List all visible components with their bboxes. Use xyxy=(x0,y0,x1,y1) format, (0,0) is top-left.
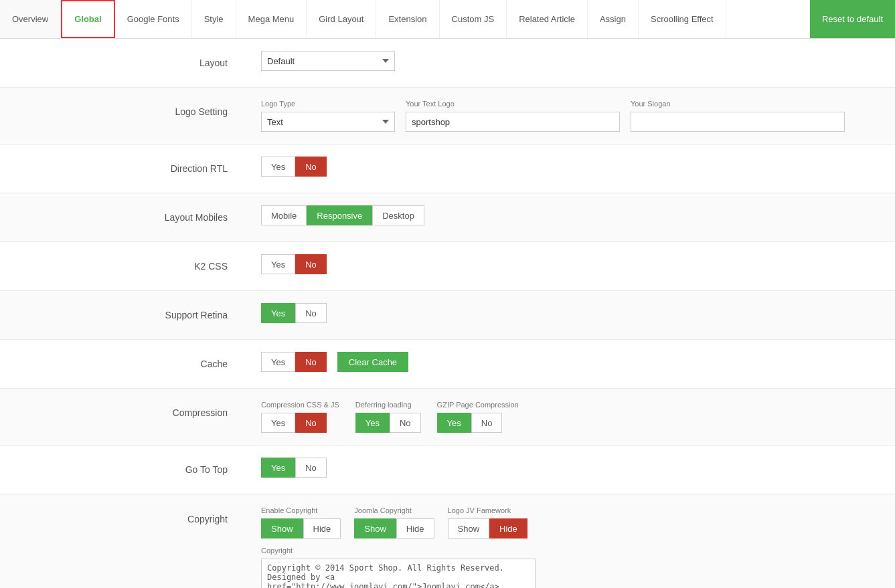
deferring-yes-button[interactable]: Yes xyxy=(355,413,390,433)
joomla-copyright-btns: Show Hide xyxy=(354,518,434,538)
layout-label: Layout xyxy=(0,39,248,87)
layout-mobiles-responsive-button[interactable]: Responsive xyxy=(307,205,372,225)
logo-jv-show-button[interactable]: Show xyxy=(448,518,490,538)
nav-global[interactable]: Global xyxy=(61,0,114,38)
copyright-textarea[interactable]: Copyright © 2014 Sport Shop. All Rights … xyxy=(261,559,536,588)
logo-type-select[interactable]: Text Image xyxy=(261,112,395,132)
compression-control: Compression CSS & JS Yes No Deferring lo… xyxy=(248,389,895,445)
nav-assign[interactable]: Assign xyxy=(588,0,639,38)
enable-copyright-group: Enable Copyright Show Hide xyxy=(261,506,341,538)
support-retina-control: Yes No xyxy=(248,291,895,335)
cache-control: Yes No Clear Cache xyxy=(248,340,895,384)
go-to-top-row: Go To Top Yes No xyxy=(0,446,895,494)
text-logo-group: Your Text Logo xyxy=(406,100,620,132)
copyright-control: Enable Copyright Show Hide Joomla Copyri… xyxy=(248,494,895,588)
support-retina-label: Support Retina xyxy=(0,291,248,339)
form-content: Layout Default Logo Setting Logo Type Te… xyxy=(0,39,895,588)
compression-row: Compression Compression CSS & JS Yes No … xyxy=(0,389,895,446)
copyright-row: Copyright Enable Copyright Show Hide Joo… xyxy=(0,494,895,588)
compression-css-js-btns: Yes No xyxy=(261,413,339,433)
nav-custom-js[interactable]: Custom JS xyxy=(440,0,507,38)
joomla-copyright-show-button[interactable]: Show xyxy=(354,518,396,538)
support-retina-yes-button[interactable]: Yes xyxy=(261,303,295,323)
cache-no-button[interactable]: No xyxy=(295,352,327,372)
layout-mobiles-control: Mobile Responsive Desktop xyxy=(248,193,895,237)
logo-setting-control: Logo Type Text Image Your Text Logo Your… xyxy=(248,88,895,144)
logo-jv-label: Logo JV Famework xyxy=(448,506,527,514)
go-to-top-control: Yes No xyxy=(248,446,895,490)
layout-mobiles-row: Layout Mobiles Mobile Responsive Desktop xyxy=(0,193,895,242)
nav-related-article[interactable]: Related Article xyxy=(507,0,588,38)
nav-gird-layout[interactable]: Gird Layout xyxy=(307,0,376,38)
enable-copyright-show-button[interactable]: Show xyxy=(261,518,303,538)
direction-rtl-no-button[interactable]: No xyxy=(295,157,327,177)
compression-css-js-label: Compression CSS & JS xyxy=(261,401,339,409)
reset-to-default-button[interactable]: Reset to default xyxy=(810,0,895,38)
k2-css-no-button[interactable]: No xyxy=(295,254,327,274)
logo-jv-group: Logo JV Famework Show Hide xyxy=(448,506,527,538)
deferring-no-button[interactable]: No xyxy=(390,413,421,433)
copyright-buttons-row: Enable Copyright Show Hide Joomla Copyri… xyxy=(261,506,527,538)
direction-rtl-yes-button[interactable]: Yes xyxy=(261,157,295,177)
joomla-copyright-label: Joomla Copyright xyxy=(354,506,434,514)
logo-type-field-label: Logo Type xyxy=(261,100,395,108)
nav-scrolling-effect[interactable]: Scroolling Effect xyxy=(639,0,726,38)
compression-css-js-yes-button[interactable]: Yes xyxy=(261,413,295,433)
logo-jv-hide-button[interactable]: Hide xyxy=(489,518,527,538)
compression-css-js-no-button[interactable]: No xyxy=(295,413,327,433)
logo-jv-btns: Show Hide xyxy=(448,518,527,538)
go-to-top-no-button[interactable]: No xyxy=(295,458,327,478)
k2-css-yes-button[interactable]: Yes xyxy=(261,254,295,274)
nav-extension[interactable]: Extension xyxy=(376,0,439,38)
layout-row: Layout Default xyxy=(0,39,895,88)
deferring-group: Deferring loading Yes No xyxy=(355,401,421,433)
nav-style[interactable]: Style xyxy=(192,0,236,38)
k2-css-row: K2 CSS Yes No xyxy=(0,242,895,291)
joomla-copyright-group: Joomla Copyright Show Hide xyxy=(354,506,434,538)
logo-type-group: Logo Type Text Image xyxy=(261,100,395,132)
layout-mobiles-label: Layout Mobiles xyxy=(0,193,248,241)
layout-select[interactable]: Default xyxy=(261,51,395,71)
layout-mobiles-desktop-button[interactable]: Desktop xyxy=(372,205,424,225)
cache-yes-button[interactable]: Yes xyxy=(261,352,295,372)
gzip-btns: Yes No xyxy=(437,413,519,433)
gzip-label: GZIP Page Compression xyxy=(437,401,519,409)
support-retina-btn-group: Yes No xyxy=(261,303,327,323)
compression-css-js-group: Compression CSS & JS Yes No xyxy=(261,401,339,433)
gzip-no-button[interactable]: No xyxy=(471,413,503,433)
copyright-textarea-label: Copyright xyxy=(261,547,536,555)
logo-setting-label: Logo Setting xyxy=(0,88,248,136)
go-to-top-label: Go To Top xyxy=(0,446,248,494)
layout-control: Default xyxy=(248,39,895,83)
nav-overview[interactable]: Overview xyxy=(0,0,61,38)
gzip-yes-button[interactable]: Yes xyxy=(437,413,471,433)
k2-css-label: K2 CSS xyxy=(0,242,248,290)
slogan-group: Your Slogan xyxy=(631,100,845,132)
deferring-label: Deferring loading xyxy=(355,401,421,409)
cache-label: Cache xyxy=(0,340,248,388)
support-retina-row: Support Retina Yes No xyxy=(0,291,895,340)
support-retina-no-button[interactable]: No xyxy=(295,303,327,323)
nav-mega-menu[interactable]: Mega Menu xyxy=(236,0,307,38)
go-to-top-yes-button[interactable]: Yes xyxy=(261,458,295,478)
enable-copyright-hide-button[interactable]: Hide xyxy=(303,518,341,538)
layout-mobiles-mobile-button[interactable]: Mobile xyxy=(261,205,307,225)
direction-rtl-btn-group: Yes No xyxy=(261,157,327,177)
compression-groups: Compression CSS & JS Yes No Deferring lo… xyxy=(261,401,519,433)
copyright-label: Copyright xyxy=(0,494,248,543)
k2-css-control: Yes No xyxy=(248,242,895,286)
copyright-text-group: Copyright Copyright © 2014 Sport Shop. A… xyxy=(261,547,536,588)
slogan-field-label: Your Slogan xyxy=(631,100,845,108)
text-logo-field-label: Your Text Logo xyxy=(406,100,620,108)
logo-setting-row: Logo Setting Logo Type Text Image Your T… xyxy=(0,88,895,144)
slogan-input[interactable] xyxy=(631,112,845,132)
joomla-copyright-hide-button[interactable]: Hide xyxy=(396,518,434,538)
clear-cache-button[interactable]: Clear Cache xyxy=(337,352,408,372)
direction-rtl-control: Yes No xyxy=(248,144,895,189)
text-logo-input[interactable] xyxy=(406,112,620,132)
cache-row: Cache Yes No Clear Cache xyxy=(0,340,895,389)
cache-btn-group: Yes No xyxy=(261,352,327,372)
go-to-top-btn-group: Yes No xyxy=(261,458,327,478)
nav-google-fonts[interactable]: Google Fonts xyxy=(115,0,192,38)
direction-rtl-row: Direction RTL Yes No xyxy=(0,144,895,193)
